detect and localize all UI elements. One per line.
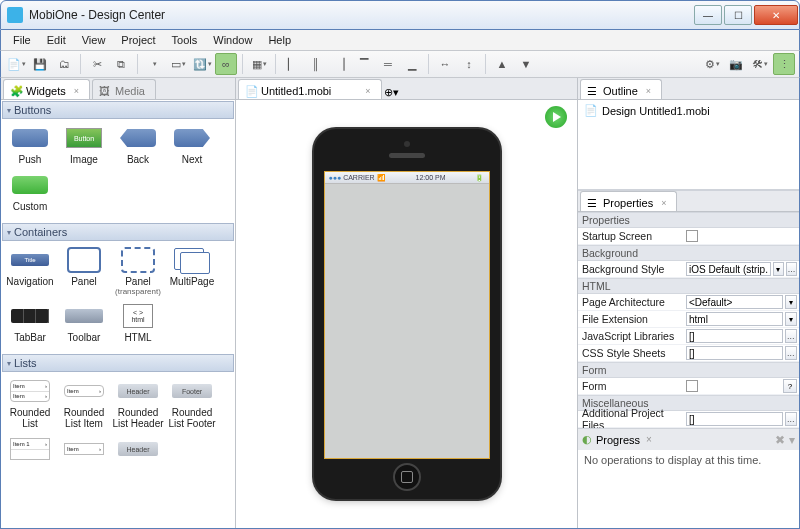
dist-h-button[interactable]: ↔ bbox=[434, 53, 456, 75]
design-canvas[interactable]: ●●● CARRIER 📶 12:00 PM 🔋 bbox=[236, 100, 577, 528]
platform-apple-button[interactable] bbox=[143, 53, 165, 75]
camera-button[interactable]: 📷 bbox=[725, 53, 747, 75]
widget-custom[interactable]: Custom bbox=[3, 173, 57, 212]
widget-image[interactable]: ButtonImage bbox=[57, 126, 111, 165]
save-button[interactable]: 💾 bbox=[29, 53, 51, 75]
widget-list[interactable]: Item 1› bbox=[3, 437, 57, 465]
align-middle-button[interactable]: ═ bbox=[377, 53, 399, 75]
save-all-button[interactable]: 🗂 bbox=[53, 53, 75, 75]
widget-panel[interactable]: Panel bbox=[57, 248, 111, 296]
widget-rounded-list[interactable]: Item›Item›Rounded List bbox=[3, 379, 57, 429]
form-checkbox[interactable] bbox=[686, 380, 698, 392]
align-top-button[interactable]: ▔ bbox=[353, 53, 375, 75]
prop-group-form: Form bbox=[578, 362, 799, 378]
tab-media[interactable]: 🖼 Media bbox=[92, 79, 156, 99]
help-button[interactable]: ? bbox=[783, 379, 797, 393]
dist-v-button[interactable]: ↕ bbox=[458, 53, 480, 75]
more-button[interactable]: … bbox=[785, 412, 797, 426]
files-field[interactable] bbox=[686, 412, 783, 426]
close-icon[interactable]: × bbox=[646, 434, 652, 445]
widget-tabbar[interactable]: TabBar bbox=[3, 304, 57, 343]
widget-multipage[interactable]: MultiPage bbox=[165, 248, 219, 296]
close-icon[interactable]: × bbox=[661, 198, 666, 208]
section-containers[interactable]: Containers bbox=[2, 223, 234, 241]
widget-html[interactable]: < >htmlHTML bbox=[111, 304, 165, 343]
grid-button[interactable]: ▦ bbox=[248, 53, 270, 75]
background-style-select[interactable] bbox=[686, 262, 771, 276]
new-button[interactable]: 📄 bbox=[5, 53, 27, 75]
menu-window[interactable]: Window bbox=[205, 32, 260, 48]
settings-button[interactable]: ⚙ bbox=[701, 53, 723, 75]
more-button[interactable]: … bbox=[785, 346, 797, 360]
align-left-button[interactable]: ▏ bbox=[281, 53, 303, 75]
tools-button[interactable]: 🛠 bbox=[749, 53, 771, 75]
bring-front-button[interactable]: ▲ bbox=[491, 53, 513, 75]
widget-toolbar[interactable]: Toolbar bbox=[57, 304, 111, 343]
tab-outline[interactable]: ☰ Outline × bbox=[580, 79, 662, 99]
widget-rounded-list-footer[interactable]: FooterRounded List Footer bbox=[165, 379, 219, 429]
cut-button[interactable]: ✂ bbox=[86, 53, 108, 75]
widget-navigation[interactable]: TitleNavigation bbox=[3, 248, 57, 296]
file-ext-select[interactable] bbox=[686, 312, 783, 326]
minimize-button[interactable]: — bbox=[694, 5, 722, 25]
tab-progress[interactable]: ◐ Progress × ✖ ▾ bbox=[578, 428, 799, 450]
menu-view[interactable]: View bbox=[74, 32, 114, 48]
new-tab-button[interactable]: ⊕ bbox=[384, 86, 393, 99]
wifi-icon: 📶 bbox=[377, 174, 386, 181]
more-button[interactable]: … bbox=[785, 329, 797, 343]
menu-file[interactable]: File bbox=[5, 32, 39, 48]
section-lists[interactable]: Lists bbox=[2, 354, 234, 372]
js-lib-field[interactable] bbox=[686, 329, 783, 343]
tab-label: Outline bbox=[603, 85, 638, 97]
close-icon[interactable]: × bbox=[365, 86, 370, 96]
close-icon[interactable]: × bbox=[74, 86, 79, 96]
tab-document[interactable]: 📄 Untitled1.mobi × bbox=[238, 79, 382, 99]
outline-icon: ☰ bbox=[587, 85, 599, 97]
tab-menu-button[interactable]: ▾ bbox=[393, 86, 399, 99]
more-button[interactable]: … bbox=[786, 262, 797, 276]
startup-checkbox[interactable] bbox=[686, 230, 698, 242]
close-button[interactable]: ✕ bbox=[754, 5, 798, 25]
page-arch-select[interactable] bbox=[686, 295, 783, 309]
copy-button[interactable]: ⧉ bbox=[110, 53, 132, 75]
run-button[interactable] bbox=[545, 106, 567, 128]
menu-help[interactable]: Help bbox=[260, 32, 299, 48]
widget-list-header[interactable]: Header bbox=[111, 437, 165, 465]
wifi-button[interactable]: ⋮ bbox=[773, 53, 795, 75]
tab-properties[interactable]: ☰ Properties × bbox=[580, 191, 677, 211]
outline-tree[interactable]: 📄 Design Untitled1.mobi bbox=[578, 100, 799, 190]
send-back-button[interactable]: ▼ bbox=[515, 53, 537, 75]
menu-project[interactable]: Project bbox=[113, 32, 163, 48]
widget-panel-transparent[interactable]: Panel(transparent) bbox=[111, 248, 165, 296]
widget-next[interactable]: Next bbox=[165, 126, 219, 165]
widget-rounded-list-item[interactable]: Item›Rounded List Item bbox=[57, 379, 111, 429]
link-button[interactable]: ∞ bbox=[215, 53, 237, 75]
close-icon[interactable]: × bbox=[646, 86, 651, 96]
menu-icon[interactable]: ▾ bbox=[789, 433, 795, 447]
phone-screen[interactable]: ●●● CARRIER 📶 12:00 PM 🔋 bbox=[324, 171, 490, 459]
remove-all-icon[interactable]: ✖ bbox=[775, 433, 785, 447]
menu-tools[interactable]: Tools bbox=[164, 32, 206, 48]
widget-back[interactable]: Back bbox=[111, 126, 165, 165]
dropdown-icon[interactable]: ▾ bbox=[773, 262, 784, 276]
phone-home-button[interactable] bbox=[393, 463, 421, 491]
widget-rounded-list-header[interactable]: HeaderRounded List Header bbox=[111, 379, 165, 429]
menu-edit[interactable]: Edit bbox=[39, 32, 74, 48]
prop-group-html: HTML bbox=[578, 278, 799, 294]
maximize-button[interactable]: ☐ bbox=[724, 5, 752, 25]
css-field[interactable] bbox=[686, 346, 783, 360]
progress-message: No operations to display at this time. bbox=[584, 454, 761, 466]
orientation-button[interactable]: 🔃 bbox=[191, 53, 213, 75]
device-button[interactable]: ▭ bbox=[167, 53, 189, 75]
dropdown-icon[interactable]: ▾ bbox=[785, 295, 797, 309]
align-bottom-button[interactable]: ▁ bbox=[401, 53, 423, 75]
widget-push[interactable]: Push bbox=[3, 126, 57, 165]
align-right-button[interactable]: ▕ bbox=[329, 53, 351, 75]
dropdown-icon[interactable]: ▾ bbox=[785, 312, 797, 326]
align-center-button[interactable]: ║ bbox=[305, 53, 327, 75]
section-buttons[interactable]: Buttons bbox=[2, 101, 234, 119]
tab-widgets[interactable]: 🧩 Widgets × bbox=[3, 79, 90, 99]
widget-list-item[interactable]: Item› bbox=[57, 437, 111, 465]
main-toolbar: 📄 💾 🗂 ✂ ⧉ ▭ 🔃 ∞ ▦ ▏ ║ ▕ ▔ ═ ▁ ↔ ↕ ▲ ▼ ⚙ … bbox=[0, 50, 800, 78]
outline-node[interactable]: 📄 Design Untitled1.mobi bbox=[584, 104, 793, 117]
